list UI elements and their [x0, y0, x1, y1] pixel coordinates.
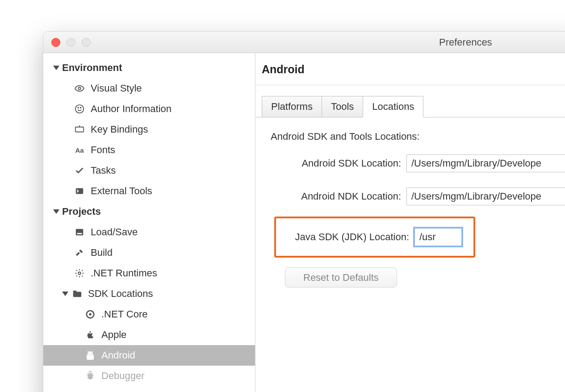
sidebar-item-net-runtimes[interactable]: .NET Runtimes	[43, 263, 255, 284]
dotnet-icon	[84, 309, 96, 319]
sidebar-item-author-information[interactable]: Author Information	[43, 99, 255, 119]
android-icon	[84, 350, 96, 360]
sidebar-group-environment[interactable]: Environment	[43, 58, 255, 78]
sidebar-item-apple[interactable]: Apple	[43, 325, 255, 345]
sidebar-group-label: Projects	[62, 206, 101, 217]
preferences-window: Preferences Environment Visual Style	[43, 31, 565, 392]
sidebar-item-label: Author Information	[91, 103, 172, 115]
svg-point-1	[75, 105, 84, 113]
content-panel: Android Platforms Tools Locations Androi…	[255, 53, 565, 392]
sidebar-item-label: Tasks	[91, 165, 116, 176]
sidebar-item-fonts[interactable]: Aa Fonts	[43, 140, 255, 160]
label-android-ndk: Android NDK Location:	[268, 191, 406, 202]
svg-point-11	[88, 353, 89, 354]
label-jdk: Java SDK (JDK) Location:	[277, 231, 414, 243]
sidebar-item-label: Visual Style	[91, 83, 142, 94]
folder-icon	[71, 289, 83, 299]
svg-rect-4	[75, 127, 84, 132]
sidebar-item-label: Android	[101, 350, 135, 361]
close-window-button[interactable]	[51, 38, 60, 47]
zoom-window-button[interactable]	[82, 38, 91, 47]
sidebar-item-dotnet-core[interactable]: .NET Core	[43, 304, 255, 325]
keyboard-icon	[74, 125, 85, 134]
terminal-icon	[74, 186, 85, 196]
chevron-down-icon	[53, 209, 59, 214]
sidebar-item-label: Fonts	[91, 144, 115, 156]
sidebar-item-label: .NET Runtimes	[91, 267, 157, 279]
sidebar-item-tasks[interactable]: Tasks	[43, 160, 255, 181]
svg-rect-6	[76, 229, 84, 236]
gear-icon	[74, 268, 85, 278]
sidebar-item-label: Apple	[101, 329, 126, 341]
bug-icon	[84, 371, 96, 381]
input-jdk[interactable]	[414, 228, 462, 246]
row-android-ndk: Android NDK Location:	[268, 183, 565, 209]
sidebar-item-label: .NET Core	[101, 309, 148, 320]
chevron-down-icon	[62, 292, 68, 296]
tab-locations[interactable]: Locations	[363, 96, 423, 117]
disk-icon	[74, 227, 85, 237]
tab-platforms[interactable]: Platforms	[262, 96, 322, 117]
input-android-ndk[interactable]	[406, 188, 565, 205]
svg-point-0	[78, 87, 81, 90]
svg-point-2	[78, 107, 79, 108]
font-icon: Aa	[74, 146, 85, 154]
svg-point-3	[80, 107, 81, 108]
smile-icon	[74, 104, 85, 114]
sidebar-item-label: Load/Save	[91, 226, 138, 238]
eye-icon	[74, 83, 85, 93]
sidebar-item-load-save[interactable]: Load/Save	[43, 222, 255, 242]
section-heading: Android SDK and Tools Locations:	[271, 131, 565, 142]
sidebar-item-visual-style[interactable]: Visual Style	[43, 78, 255, 99]
check-icon	[74, 166, 85, 175]
sidebar-item-label: Key Bindings	[91, 124, 148, 135]
highlight-jdk-row: Java SDK (JDK) Location:	[274, 217, 475, 258]
hammer-icon	[74, 248, 85, 258]
sidebar-item-debugger[interactable]: Debugger	[43, 366, 255, 386]
row-android-sdk: Android SDK Location:	[268, 150, 565, 176]
sidebar-group-label: Environment	[62, 62, 122, 74]
sidebar-item-label: Build	[91, 247, 113, 259]
sidebar-item-build[interactable]: Build	[43, 242, 255, 263]
tab-tools[interactable]: Tools	[322, 96, 363, 117]
sidebar-item-label: Debugger	[101, 370, 145, 382]
svg-point-8	[78, 272, 81, 275]
label-android-sdk: Android SDK Location:	[268, 158, 406, 169]
window-controls	[51, 38, 91, 47]
reset-to-defaults-button[interactable]: Reset to Defaults	[285, 267, 397, 288]
tab-bar: Platforms Tools Locations	[262, 96, 565, 117]
svg-point-12	[91, 353, 92, 354]
sidebar-item-external-tools[interactable]: External Tools	[43, 181, 255, 201]
sidebar-item-label: SDK Locations	[88, 288, 153, 300]
panel-title: Android	[255, 53, 565, 85]
window-title: Preferences	[439, 37, 492, 48]
sidebar-item-key-bindings[interactable]: Key Bindings	[43, 119, 255, 140]
apple-icon	[84, 330, 96, 340]
svg-rect-7	[77, 233, 82, 234]
form-rows: Android SDK Location: Android NDK Locati…	[268, 150, 565, 288]
sidebar-item-sdk-locations[interactable]: SDK Locations	[43, 284, 255, 304]
sidebar-group-projects[interactable]: Projects	[43, 201, 255, 222]
input-android-sdk[interactable]	[406, 154, 565, 172]
sidebar-item-android[interactable]: Android	[43, 345, 255, 366]
window-body: Environment Visual Style Author Informat…	[43, 53, 565, 392]
chevron-down-icon	[53, 66, 59, 70]
titlebar: Preferences	[43, 32, 565, 53]
svg-point-10	[89, 313, 92, 316]
svg-rect-5	[76, 188, 84, 194]
sidebar-item-label: External Tools	[91, 185, 152, 197]
sidebar: Environment Visual Style Author Informat…	[43, 53, 255, 392]
minimize-window-button[interactable]	[67, 38, 75, 47]
